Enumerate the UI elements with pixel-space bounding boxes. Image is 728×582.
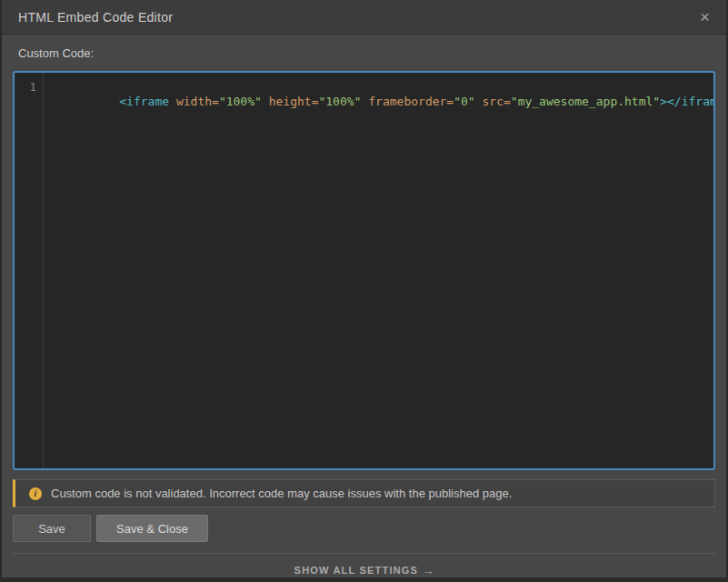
warning-text: Custom code is not validated. Incorrect …	[51, 487, 512, 500]
save-close-button[interactable]: Save & Close	[96, 515, 208, 542]
show-all-settings-label: SHOW ALL SETTINGS	[294, 565, 419, 576]
editor-gutter: 1	[15, 73, 44, 468]
save-button[interactable]: Save	[13, 515, 91, 542]
code-line: <iframe width="100%" height="100%" frame…	[119, 95, 715, 108]
warning-banner: i Custom code is not validated. Incorrec…	[13, 479, 715, 507]
close-icon[interactable]: ×	[700, 8, 710, 25]
dialog-titlebar: HTML Embed Code Editor ×	[2, 0, 726, 35]
page-background: HTML Embed Code Editor × Custom Code: 1 …	[0, 0, 728, 582]
code-editor[interactable]: 1 <iframe width="100%" height="100%" fra…	[13, 71, 715, 470]
dialog-title: HTML Embed Code Editor	[18, 10, 173, 25]
info-icon: i	[29, 487, 42, 500]
code-area[interactable]: <iframe width="100%" height="100%" frame…	[44, 73, 715, 468]
html-embed-editor-dialog: HTML Embed Code Editor × Custom Code: 1 …	[2, 0, 726, 577]
footer-divider	[13, 553, 715, 554]
custom-code-label: Custom Code:	[18, 46, 715, 60]
dialog-body: Custom Code: 1 <iframe width="100%" heig…	[2, 35, 726, 577]
show-all-settings-link[interactable]: SHOW ALL SETTINGS →	[13, 564, 715, 577]
button-row: Save Save & Close	[13, 515, 715, 542]
line-number: 1	[29, 80, 36, 94]
arrow-right-icon: →	[422, 564, 434, 577]
